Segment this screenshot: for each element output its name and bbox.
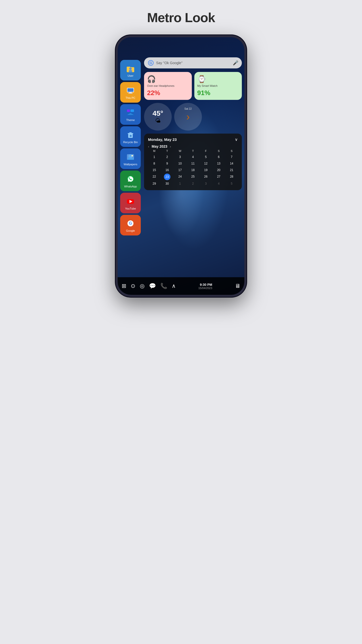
cal-day-11[interactable]: 11 [187, 160, 199, 167]
user-label: User [127, 74, 133, 77]
smartwatch-widget[interactable]: ⌚ My Smart Watch 91% [194, 72, 242, 100]
dock-phone-icon[interactable]: 📞 [160, 283, 167, 289]
headphones-percentage: 22% [147, 89, 189, 97]
watch-icon: ⌚ [197, 75, 239, 83]
recycle-icon: ♻ [125, 130, 136, 140]
cal-header-f: F [200, 148, 212, 153]
cal-day-4[interactable]: 4 [187, 154, 199, 160]
cal-day-26[interactable]: 26 [200, 174, 212, 180]
watch-percentage: 91% [197, 89, 239, 97]
calendar-dropdown-icon: ∨ [235, 137, 238, 142]
cal-header-w: W [174, 148, 186, 153]
cal-day-22[interactable]: 22 [148, 174, 160, 180]
weather-clock-row: 45° 🌤 Sat 22 › [144, 103, 242, 131]
cal-day-17[interactable]: 17 [174, 167, 186, 173]
cal-day-next-4[interactable]: 4 [212, 181, 225, 187]
cal-day-next-3[interactable]: 3 [200, 181, 212, 187]
dock-icons: ⊞ ⊙ ◎ 💬 📞 ∧ [122, 283, 176, 289]
svg-rect-7 [127, 88, 133, 92]
cal-header-s1: S [212, 148, 225, 153]
calendar-header: Monday, May 23 ∨ [148, 137, 238, 142]
thispc-icon [125, 85, 136, 96]
app-icon-whatsapp[interactable]: WhatsApp [120, 171, 141, 191]
watch-name: My Smart Watch [197, 84, 239, 88]
cal-day-2[interactable]: 2 [161, 154, 173, 160]
svg-rect-9 [128, 93, 133, 94]
cal-day-next-1[interactable]: 1 [174, 181, 186, 187]
dock-messages-icon[interactable]: 💬 [149, 283, 156, 289]
status-date: 15/04/2023 [198, 287, 212, 290]
app-icon-user[interactable]: User [120, 60, 141, 80]
user-icon [125, 63, 136, 74]
dock-multitask-icon[interactable]: ⊞ [122, 283, 126, 289]
cal-day-18[interactable]: 18 [187, 167, 199, 173]
phone-screen: User This PC [118, 37, 244, 295]
status-time-block: 9:30 PM 15/04/2023 [198, 283, 212, 290]
cal-day-5[interactable]: 5 [200, 154, 212, 160]
dock-home-icon[interactable]: ⊙ [131, 283, 135, 289]
svg-rect-11 [127, 109, 130, 112]
cal-day-15[interactable]: 15 [148, 167, 160, 173]
power-button [246, 88, 246, 105]
volume-up-button [116, 83, 116, 94]
dock-back-icon[interactable]: ◎ [140, 283, 145, 289]
cal-day-10[interactable]: 10 [174, 160, 186, 167]
cal-day-28[interactable]: 28 [225, 174, 238, 180]
calendar-widget[interactable]: Monday, May 23 ∨ ‹ May 2023 › M T W T [144, 134, 242, 190]
cal-day-7[interactable]: 7 [225, 154, 238, 160]
cal-day-next-2[interactable]: 2 [187, 181, 199, 187]
cal-day-30[interactable]: 30 [161, 181, 173, 187]
cal-day-6[interactable]: 6 [212, 154, 225, 160]
cal-day-14[interactable]: 14 [225, 160, 238, 167]
cal-day-24[interactable]: 24 [174, 174, 186, 180]
dock-up-icon[interactable]: ∧ [172, 283, 176, 289]
google-icon: G [125, 218, 136, 229]
theme-icon [125, 107, 136, 118]
cal-prev-button[interactable]: ‹ [148, 145, 149, 148]
status-time: 9:30 PM [198, 283, 212, 287]
cal-next-button[interactable]: › [170, 145, 171, 148]
calendar-grid: M T W T F S S 1 2 3 4 5 6 7 [148, 148, 238, 187]
status-bar: ⊞ ⊙ ◎ 💬 📞 ∧ 9:30 PM 15/04/2023 🖥 [118, 277, 244, 295]
cal-day-25[interactable]: 25 [187, 174, 199, 180]
app-icon-google[interactable]: G Google [120, 215, 141, 235]
calendar-nav: ‹ May 2023 › [148, 144, 238, 148]
cal-day-27[interactable]: 27 [212, 174, 225, 180]
google-label: Google [126, 229, 135, 232]
app-icon-recycle[interactable]: ♻ Recycle Bin [120, 126, 141, 147]
cal-header-t2: T [187, 148, 199, 153]
app-icon-wallpapers[interactable]: Wallpapers [120, 148, 141, 169]
cal-header-s2: S [225, 148, 238, 153]
cal-day-21[interactable]: 21 [225, 167, 238, 173]
cal-day-23-today[interactable]: 23 [164, 174, 170, 180]
theme-label: Theme [126, 118, 135, 122]
cal-day-3[interactable]: 3 [174, 154, 186, 160]
cal-day-16[interactable]: 16 [161, 167, 173, 173]
youtube-icon [125, 196, 136, 207]
clock-widget[interactable]: Sat 22 › [174, 103, 202, 131]
cal-day-next-5[interactable]: 5 [225, 181, 238, 187]
volume-down-button [116, 98, 116, 115]
headphones-widget[interactable]: 🎧 Over-ear Headphones 22% [144, 72, 192, 100]
cal-day-19[interactable]: 19 [200, 167, 212, 173]
whatsapp-icon [125, 174, 136, 184]
weather-temp: 45° [153, 109, 163, 117]
app-icon-theme[interactable]: Theme [120, 104, 141, 125]
cal-day-20[interactable]: 20 [212, 167, 225, 173]
cal-day-12[interactable]: 12 [200, 160, 212, 167]
app-icon-thispc[interactable]: This PC [120, 82, 141, 103]
cal-day-1[interactable]: 1 [148, 154, 160, 160]
cal-day-13[interactable]: 13 [212, 160, 225, 167]
cal-day-8[interactable]: 8 [148, 160, 160, 167]
weather-widget[interactable]: 45° 🌤 [144, 103, 172, 131]
cal-day-9[interactable]: 9 [161, 160, 173, 167]
svg-point-3 [129, 67, 132, 70]
search-bar[interactable]: G Say "Ok Google" 🎤 [144, 57, 242, 68]
app-icon-youtube[interactable]: YouTube [120, 193, 141, 213]
page-title: Metro Look [147, 10, 215, 25]
dock-screen-icon[interactable]: 🖥 [235, 283, 240, 289]
cal-day-29[interactable]: 29 [148, 181, 160, 187]
svg-rect-8 [129, 92, 132, 93]
svg-rect-12 [130, 109, 134, 112]
youtube-label: YouTube [125, 207, 136, 210]
